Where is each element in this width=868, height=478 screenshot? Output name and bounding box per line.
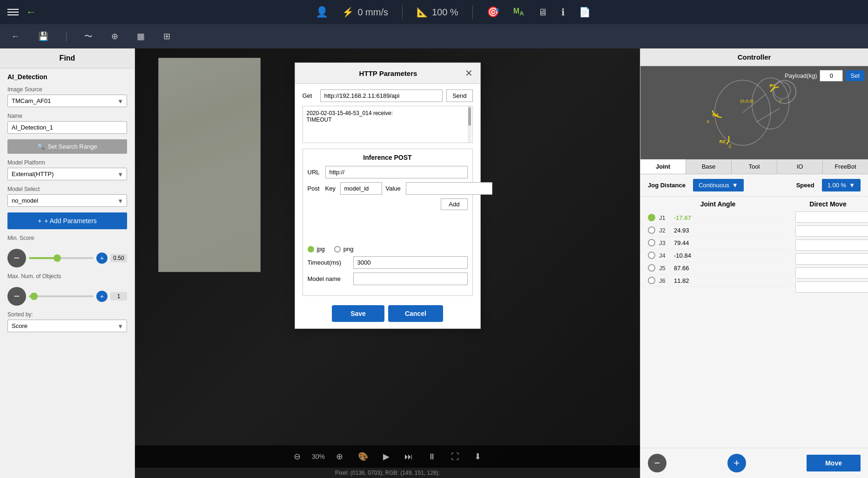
save-button[interactable]: Save — [332, 305, 384, 322]
back-button[interactable]: ← — [26, 6, 36, 18]
percent-value: 100 % — [432, 7, 458, 18]
robot-viz: RX X RY Y RZ Z (0,0,0) Payload(kg) Se — [640, 66, 868, 159]
plus-button[interactable]: + — [727, 454, 746, 472]
direct-row-3: ° — [795, 239, 861, 251]
min-score-minus[interactable]: − — [7, 249, 26, 267]
jog-distance-dropdown[interactable]: Continuous ▼ — [693, 179, 744, 191]
jog-distance-arrow: ▼ — [732, 182, 738, 189]
svg-text:RX: RX — [713, 112, 719, 117]
tab-base[interactable]: Base — [686, 159, 732, 174]
image-source-label: Image Source — [7, 86, 127, 93]
jog-controls: Jog Distance Continuous ▼ Speed 1.00 % ▼ — [640, 174, 868, 197]
jpg-radio[interactable] — [308, 246, 314, 253]
get-label: Get — [303, 92, 316, 99]
send-button[interactable]: Send — [446, 89, 472, 102]
minus-button[interactable]: − — [648, 454, 666, 472]
svg-text:(0,0,0): (0,0,0) — [740, 98, 754, 103]
name-input[interactable] — [7, 121, 127, 134]
max-num-thumb[interactable] — [30, 293, 38, 300]
j6-radio[interactable] — [648, 277, 655, 284]
sorted-by-group: Sorted by: Score ▼ — [0, 308, 135, 335]
timeout-label: Timeout(ms) — [308, 259, 350, 266]
model-platform-wrapper: External(HTTP) ▼ — [7, 168, 127, 180]
sorted-by-select[interactable]: Score — [7, 320, 127, 332]
pin-tool-btn[interactable]: ⊕ — [108, 29, 122, 43]
j1-radio[interactable] — [648, 214, 655, 221]
model-platform-group: Model Platform External(HTTP) ▼ — [0, 157, 135, 183]
min-score-plus[interactable]: + — [96, 253, 108, 264]
add-params-button[interactable]: + + Add Parameters — [7, 212, 127, 229]
model-select-wrapper: no_model ▼ — [7, 194, 127, 207]
sorted-by-label: Sorted by: — [7, 311, 127, 318]
table-row: J3 79.44 — [648, 237, 788, 249]
min-score-track[interactable] — [29, 257, 94, 259]
tab-io[interactable]: IO — [777, 159, 823, 174]
grid-tool-btn[interactable]: ⊞ — [160, 29, 174, 43]
max-num-plus[interactable]: + — [96, 291, 108, 302]
chart-tool-btn[interactable]: 〜 — [81, 29, 96, 44]
name-label: Name — [7, 113, 127, 119]
back-tool-btn[interactable]: ← — [7, 30, 23, 43]
add-button[interactable]: Add — [441, 198, 467, 210]
image-source-select[interactable]: TMCam_AF01 — [7, 95, 127, 107]
j4-radio[interactable] — [648, 252, 655, 259]
min-score-slider-row: − + 0.50 — [0, 246, 135, 270]
direct-row-5: ° — [795, 267, 861, 279]
j2-name: J2 — [659, 227, 670, 234]
main-layout: Find AI_Detection Image Source TMCam_AF0… — [0, 48, 868, 478]
max-num-track[interactable] — [29, 295, 94, 297]
direct-input-5[interactable] — [795, 267, 868, 279]
direct-input-3[interactable] — [795, 239, 868, 251]
table-row: J4 -10.84 — [648, 249, 788, 262]
cancel-button[interactable]: Cancel — [388, 305, 443, 322]
max-num-minus[interactable]: − — [7, 287, 26, 306]
model-select-dropdown[interactable]: no_model — [7, 194, 127, 207]
direct-input-2[interactable] — [795, 225, 868, 237]
url-input[interactable] — [325, 166, 468, 178]
direct-input-4[interactable] — [795, 253, 868, 265]
joint-section: Joint Angle J1 -17.67 J2 24.93 J3 7 — [640, 197, 868, 299]
jpg-label: jpg — [317, 246, 325, 253]
table-row: J5 87.66 — [648, 262, 788, 274]
tab-joint[interactable]: Joint — [640, 159, 686, 174]
j2-radio[interactable] — [648, 226, 655, 234]
speed-label: Speed — [796, 182, 814, 189]
j5-radio[interactable] — [648, 264, 655, 272]
set-payload-button[interactable]: Set — [846, 70, 864, 81]
min-score-thumb[interactable] — [54, 254, 61, 262]
timeout-input[interactable] — [353, 256, 468, 269]
j3-radio[interactable] — [648, 239, 655, 246]
j1-name: J1 — [659, 214, 670, 221]
percent-icon: 📐 — [417, 7, 428, 18]
barcode-tool-btn[interactable]: ▦ — [133, 29, 148, 43]
model-select-label: Model Select — [7, 186, 127, 192]
payload-input[interactable] — [820, 70, 843, 82]
modal-close-button[interactable]: ✕ — [465, 68, 473, 79]
speed-dropdown[interactable]: 1.00 % ▼ — [822, 179, 861, 191]
sorted-by-wrapper: Score ▼ — [7, 320, 127, 332]
value-input[interactable] — [406, 182, 492, 195]
model-name-input[interactable] — [353, 273, 468, 285]
j3-name: J3 — [659, 239, 670, 246]
set-search-button[interactable]: 🔍 Set Search Range — [7, 139, 127, 154]
tab-freebot[interactable]: FreeBot — [823, 159, 868, 174]
png-radio[interactable] — [334, 246, 341, 253]
right-panel: Controller — [640, 48, 868, 478]
svg-text:Y: Y — [779, 98, 782, 103]
move-button[interactable]: Move — [807, 455, 861, 471]
save-tool-btn[interactable]: 💾 — [34, 29, 52, 43]
direct-input-6[interactable] — [795, 281, 868, 293]
get-url-input[interactable] — [320, 89, 443, 102]
hamburger-menu[interactable] — [7, 9, 19, 15]
key-input[interactable] — [340, 182, 382, 195]
max-num-slider-row: − + 1 — [0, 284, 135, 308]
joint-angle-title: Joint Angle — [648, 200, 788, 208]
top-bar: ← 👤 ⚡ 0 mm/s 📐 100 % 🎯 MA 🖥 ℹ 📄 — [0, 0, 868, 24]
direct-input-1[interactable] — [795, 212, 868, 223]
name-group: Name — [0, 110, 135, 137]
j6-value: 11.82 — [674, 277, 697, 284]
add-params-label: + Add Parameters — [44, 217, 96, 225]
model-platform-select[interactable]: External(HTTP) — [7, 168, 127, 180]
center-area: ⊖ 30% ⊕ 🎨 ▶ ⏭ ⏸ ⛶ ⬇ Pixel: (0136, 0703);… — [135, 48, 640, 478]
tab-tool[interactable]: Tool — [732, 159, 777, 174]
